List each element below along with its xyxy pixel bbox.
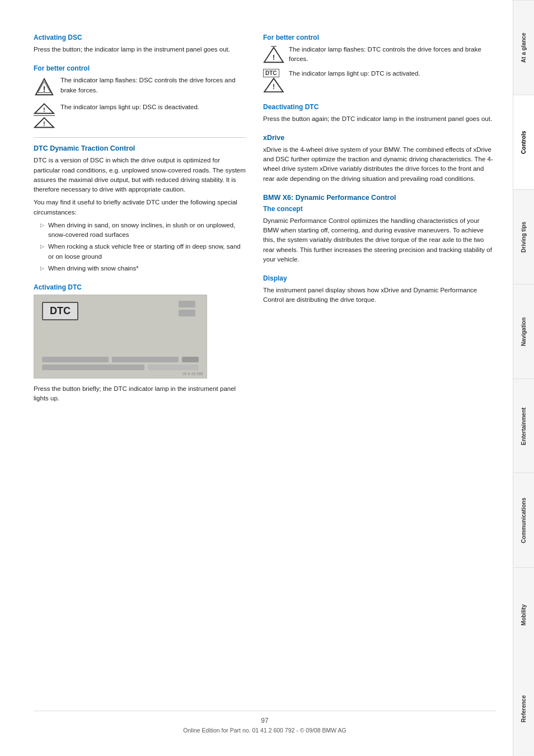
sidebar-tab-communications[interactable]: Communications xyxy=(513,473,534,567)
display-body: The instrument panel display shows how x… xyxy=(263,286,496,305)
dsc-deactivated-text: The indicator lamps light up: DSC is dea… xyxy=(60,102,199,112)
page-number: 97 xyxy=(34,717,496,725)
activating-dtc-section: Activating DTC DTC xyxy=(34,283,246,404)
display-section: Display The instrument panel display sho… xyxy=(263,274,496,305)
svg-text:!: ! xyxy=(43,120,45,127)
deactivating-dtc-section: Deactivating DTC Press the button again;… xyxy=(263,103,496,124)
svg-text:!: ! xyxy=(43,106,45,113)
sidebar-tab-mobility[interactable]: Mobility xyxy=(513,567,534,662)
svg-text:!: ! xyxy=(273,83,275,91)
deactivating-dtc-title: Deactivating DTC xyxy=(263,103,496,111)
activating-dtc-body: Press the button briefly; the DTC indica… xyxy=(34,384,246,404)
sidebar-tab-entertainment[interactable]: Entertainment xyxy=(513,379,534,473)
for-better-control-dtc-section: For better control ! The indicator lamp … xyxy=(263,34,496,93)
display-subtitle: Display xyxy=(263,274,496,282)
dtc-flash-triangle-icon: ! xyxy=(263,46,284,64)
dtc-title: DTC Dynamic Traction Control xyxy=(34,144,246,152)
for-better-control-dtc-title: For better control xyxy=(263,34,496,41)
sidebar-tab-driving-tips[interactable]: Driving tips xyxy=(513,189,534,284)
activating-dsc-section: Activating DSC Press the button; the ind… xyxy=(34,34,246,54)
dtc-label-top: DTC xyxy=(263,69,279,77)
dtc-activated-text: The indicator lamps light up: DTC is act… xyxy=(289,69,420,78)
dtc-activated-icon: DTC ! xyxy=(263,69,284,93)
activating-dsc-title: Activating DSC xyxy=(34,34,246,41)
dsc-deactivated-icon: ! ! xyxy=(34,102,55,127)
sidebar-tab-reference[interactable]: Reference xyxy=(513,662,534,756)
dsc-flash-text: The indicator lamp flashes: DSC controls… xyxy=(60,76,246,95)
dtc-body2: You may find it useful to briefly activa… xyxy=(34,198,246,217)
bullet-1: When driving in sand, on snowy inclines,… xyxy=(40,221,246,240)
xdrive-title: xDrive xyxy=(263,134,496,142)
dtc-flash-row: ! The indicator lamp flashes: DTC contro… xyxy=(263,45,496,64)
xdrive-section: xDrive xDrive is the 4-wheel drive syste… xyxy=(263,134,496,184)
sidebar: At a glance Controls Driving tips Naviga… xyxy=(513,0,534,756)
bullet-3: When driving with snow chains* xyxy=(40,264,246,273)
dtc-bullet-list: When driving in sand, on snowy inclines,… xyxy=(34,221,246,273)
activating-dtc-title: Activating DTC xyxy=(34,283,246,291)
bmw-x6-title: BMW X6: Dynamic Performance Control xyxy=(263,194,496,202)
footer-text: Online Edition for Part no. 01 41 2 600 … xyxy=(34,727,496,734)
dsc-icon-row-2: ! ! The indicator lamps light up: DSC is… xyxy=(34,102,246,127)
divider-1 xyxy=(34,137,246,138)
for-better-control-dsc-section: For better control ! The indicator lamp … xyxy=(34,64,246,127)
dsc-flash-icon: ! xyxy=(34,77,55,98)
dtc-activated-row: DTC ! The indicator lamps light up: DTC … xyxy=(263,69,496,93)
dtc-button-display: DTC xyxy=(42,302,78,320)
xdrive-body: xDrive is the 4-wheel drive system of yo… xyxy=(263,145,496,184)
the-concept-subtitle: The concept xyxy=(263,205,496,213)
dtc-flash-text: The indicator lamp flashes: DTC controls… xyxy=(289,45,496,64)
svg-text:!: ! xyxy=(43,84,45,94)
dtc-section: DTC Dynamic Traction Control DTC is a ve… xyxy=(34,144,246,273)
bmw-x6-section: BMW X6: Dynamic Performance Control The … xyxy=(263,194,496,305)
bullet-2: When rocking a stuck vehicle free or sta… xyxy=(40,242,246,262)
svg-text:!: ! xyxy=(273,53,275,62)
the-concept-body: Dynamic Performance Control optimizes th… xyxy=(263,216,496,264)
dtc-body1: DTC is a version of DSC in which the dri… xyxy=(34,156,246,194)
sidebar-tab-at-a-glance[interactable]: At a glance xyxy=(513,0,534,95)
dsc-icon-row-1: ! The indicator lamp flashes: DSC contro… xyxy=(34,76,246,98)
sidebar-tab-controls[interactable]: Controls xyxy=(513,95,534,189)
deactivating-dtc-body: Press the button again; the DTC indicato… xyxy=(263,114,496,124)
the-concept-section: The concept Dynamic Performance Control … xyxy=(263,205,496,264)
dtc-button-image: DTC xyxy=(34,295,207,379)
activating-dsc-body: Press the button; the indicator lamp in … xyxy=(34,45,246,54)
page-footer: 97 Online Edition for Part no. 01 41 2 6… xyxy=(34,711,496,734)
sidebar-tab-navigation[interactable]: Navigation xyxy=(513,284,534,379)
for-better-control-dsc-title: For better control xyxy=(34,64,246,72)
